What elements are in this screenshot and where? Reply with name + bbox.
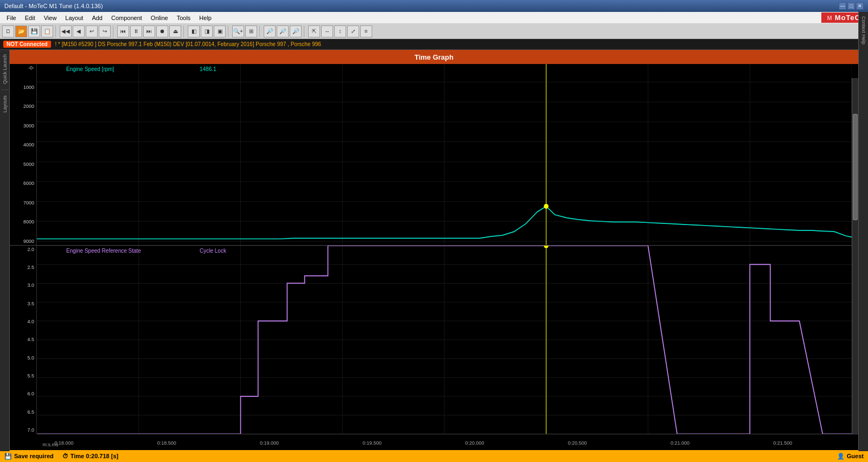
bottom-value-label: Cycle Lock (200, 248, 226, 254)
tb-undo[interactable]: ↩ (86, 25, 98, 37)
close-button[interactable]: ✕ (856, 2, 864, 10)
menu-add[interactable]: Add (87, 14, 107, 22)
layouts-label: Layouts (2, 93, 8, 115)
svg-point-18 (544, 204, 548, 209)
window-controls[interactable]: — □ ✕ (839, 2, 864, 10)
bottom-chart: 7.0 6.5 6.0 5.5 5.0 4.5 4.0 3.5 3.0 2.5 … (10, 246, 852, 434)
status-bar: NOT Connected ! * [M150 #5290 ] DS Porsc… (0, 39, 868, 50)
tb-zoom-x2[interactable]: 🔎 (277, 25, 289, 37)
context-help-label: Context Help (861, 14, 866, 47)
tb-sep6 (304, 25, 306, 37)
tb-btn19[interactable]: ↕ (334, 25, 346, 37)
tb-btn10[interactable]: ⏸ (130, 25, 142, 37)
top-chart-svg (37, 64, 852, 245)
quick-launch-sidebar: Quick Launch Layouts (0, 50, 10, 451)
main-content: Time Graph 9000 8000 7000 6000 5000 4000… (10, 50, 858, 450)
user-label: Guest (847, 453, 864, 459)
status-warning: ! * [M150 #5290 ] DS Porsche 997.1 Feb (… (55, 41, 321, 47)
top-chart-area: Engine Speed [rpm] 1486.1 (37, 64, 852, 245)
time-label: Time 0:20.718 [s] (71, 453, 118, 459)
menu-edit[interactable]: Edit (21, 14, 40, 22)
tb-btn18[interactable]: ↔ (321, 25, 333, 37)
x-tick-2: 0:19.000 (260, 440, 279, 446)
tb-zoom-x[interactable]: 🔎 (264, 25, 276, 37)
tb-btn12[interactable]: ⏺ (156, 25, 168, 37)
tb-zoom-fit[interactable]: ⊞ (245, 25, 257, 37)
tb-btn21[interactable]: ≡ (360, 25, 372, 37)
toolbar: 🗋 📂 💾 📋 ◀◀ ◀ ↩ ↪ ⏮ ⏸ ⏭ ⏺ ⏏ ◧ ◨ ▣ 🔍+ ⊞ 🔎 … (0, 24, 868, 39)
tb-btn11[interactable]: ⏭ (143, 25, 155, 37)
menu-component[interactable]: Component (107, 14, 146, 22)
user-section: 👤 Guest (837, 453, 864, 460)
tb-sep1 (55, 25, 58, 37)
bottom-status-bar: 💾 Save required ⏱ Time 0:20.718 [s] 👤 Gu… (0, 450, 868, 462)
top-y-axis: 9000 8000 7000 6000 5000 4000 3000 2000 … (10, 64, 37, 245)
app-title: Default - MoTeC M1 Tune (1.4.0.136) (4, 3, 103, 9)
menu-file[interactable]: File (2, 14, 21, 22)
title-bar: Default - MoTeC M1 Tune (1.4.0.136) — □ … (0, 0, 868, 12)
save-required-section: 💾 Save required (4, 453, 54, 460)
bottom-y-axis: 7.0 6.5 6.0 5.5 5.0 4.5 4.0 3.5 3.0 2.5 … (10, 246, 37, 434)
tb-new[interactable]: 🗋 (2, 25, 14, 37)
scrollbar-thumb[interactable] (853, 114, 858, 221)
tb-open[interactable]: 📂 (15, 25, 27, 37)
menu-bar: File Edit View Layout Add Component Onli… (0, 12, 868, 24)
save-disk-icon: 💾 (4, 453, 12, 460)
graph-title: Time Graph (10, 50, 858, 64)
tb-sep5 (259, 25, 261, 37)
tb-sep3 (183, 25, 186, 37)
user-icon: 👤 (837, 453, 845, 460)
tb-zoom-in[interactable]: 🔍+ (232, 25, 244, 37)
tb-btn13[interactable]: ⏏ (169, 25, 181, 37)
x-axis: m:s.ms 0:18.000 0:18.500 0:19.000 0:19.5… (37, 434, 858, 450)
x-tick-0: 0:18.000 (54, 440, 73, 446)
top-channel-label: Engine Speed [rpm] (66, 66, 114, 72)
x-tick-5: 0:20.500 (568, 440, 587, 446)
save-required-label: Save required (14, 453, 54, 459)
bottom-chart-svg (37, 246, 852, 434)
menu-tools[interactable]: Tools (173, 14, 195, 22)
x-tick-7: 0:21.500 (773, 440, 792, 446)
tb-btn9[interactable]: ⏮ (117, 25, 129, 37)
time-display: ⏱ Time 0:20.718 [s] (62, 453, 118, 459)
menu-view[interactable]: View (40, 14, 61, 22)
x-tick-1: 0:18.500 (157, 440, 176, 446)
x-tick-4: 0:20.000 (465, 440, 484, 446)
tb-redo[interactable]: ↪ (99, 25, 111, 37)
top-chart: 9000 8000 7000 6000 5000 4000 3000 2000 … (10, 64, 852, 246)
time-icon: ⏱ (62, 453, 68, 459)
menu-online[interactable]: Online (146, 14, 173, 22)
tb-btn5[interactable]: ◀◀ (60, 25, 72, 37)
tb-btn4[interactable]: 📋 (41, 25, 53, 37)
tb-btn6[interactable]: ◀ (73, 25, 85, 37)
context-help-sidebar: Context Help (858, 12, 868, 451)
svg-point-38 (544, 246, 548, 248)
tb-zoom-x3[interactable]: 🔎 (290, 25, 302, 37)
tb-btn17[interactable]: ⇱ (308, 25, 320, 37)
quick-launch-label: Quick Launch (2, 52, 8, 86)
tb-btn14[interactable]: ◧ (188, 25, 200, 37)
minimize-button[interactable]: — (839, 2, 846, 10)
top-value-label: 1486.1 (200, 66, 216, 72)
tb-save[interactable]: 💾 (28, 25, 40, 37)
menu-layout[interactable]: Layout (61, 14, 87, 22)
x-tick-3: 0:19.500 (362, 440, 381, 446)
tb-sep4 (228, 25, 230, 37)
menu-help[interactable]: Help (195, 14, 216, 22)
tb-btn16[interactable]: ▣ (214, 25, 226, 37)
bottom-chart-area: Engine Speed Reference State Cycle Lock (37, 246, 852, 434)
bottom-channel-label: Engine Speed Reference State (66, 248, 141, 254)
tb-btn15[interactable]: ◨ (201, 25, 213, 37)
tb-sep2 (113, 25, 115, 37)
x-tick-6: 0:21.000 (671, 440, 690, 446)
vertical-scrollbar[interactable] (852, 78, 858, 434)
chart-container[interactable]: 9000 8000 7000 6000 5000 4000 3000 2000 … (10, 64, 858, 450)
maximize-button[interactable]: □ (847, 2, 855, 10)
connection-status: NOT Connected (3, 41, 51, 48)
tb-btn20[interactable]: ⤢ (347, 25, 359, 37)
